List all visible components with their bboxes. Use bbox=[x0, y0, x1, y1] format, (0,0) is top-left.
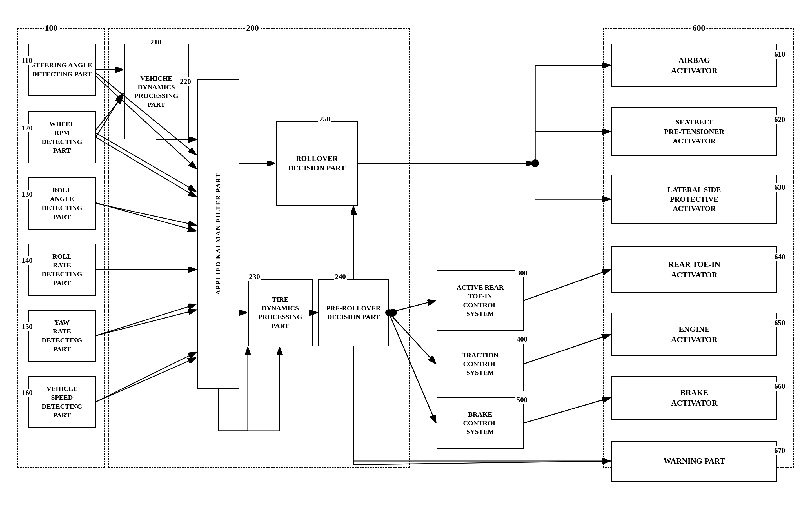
label-300: 300 bbox=[515, 269, 529, 277]
svg-point-51 bbox=[531, 159, 539, 167]
box-240: PRE-ROLLOVERDECISION PART bbox=[318, 279, 389, 346]
box-400: TRACTIONCONTROLSYSTEM bbox=[437, 337, 524, 391]
box-150: YAWRATEDETECTINGPART bbox=[28, 310, 96, 362]
label-400: 400 bbox=[515, 335, 529, 343]
label-660: 660 bbox=[773, 382, 786, 391]
box-220: APPLIED KALMAN FILTER PART bbox=[197, 79, 239, 389]
box-250: ROLLOVERDECISION PART bbox=[276, 121, 358, 206]
label-110: 110 bbox=[20, 56, 33, 65]
label-620: 620 bbox=[773, 115, 786, 124]
diagram: 100 200 600 STEERING ANGLE DETECTING PAR… bbox=[0, 0, 810, 532]
svg-line-58 bbox=[524, 334, 610, 364]
box-500: BRAKECONTROLSYSTEM bbox=[437, 397, 524, 449]
box-670: WARNING PART bbox=[611, 441, 777, 482]
box-130: ROLLANGLEDETECTINGPART bbox=[28, 177, 96, 229]
label-230: 230 bbox=[248, 273, 261, 281]
box-160: VEHICLESPEEDDETECTINGPART bbox=[28, 376, 96, 428]
label-610: 610 bbox=[773, 50, 786, 59]
group-100-label: 100 bbox=[44, 23, 59, 33]
label-630: 630 bbox=[773, 183, 786, 192]
box-140: ROLLRATEDETECTINGPART bbox=[28, 244, 96, 296]
box-110: STEERING ANGLE DETECTING PART bbox=[28, 44, 96, 96]
label-130: 130 bbox=[20, 190, 34, 198]
svg-line-59 bbox=[524, 398, 610, 423]
box-650: ENGINEACTIVATOR bbox=[611, 312, 777, 356]
svg-line-26 bbox=[524, 270, 611, 301]
box-210: VEHICHEDYNAMICSPROCESSINGPART bbox=[124, 44, 189, 140]
label-210: 210 bbox=[149, 38, 162, 47]
label-670: 670 bbox=[773, 446, 786, 455]
label-120: 120 bbox=[20, 124, 34, 132]
svg-line-27 bbox=[524, 334, 611, 364]
label-220: 220 bbox=[179, 78, 192, 86]
label-640: 640 bbox=[773, 253, 786, 261]
box-230: TIREDYNAMICSPROCESSINGPART bbox=[248, 279, 313, 346]
box-300: ACTIVE REARTOE-INCONTROLSYSTEM bbox=[437, 270, 524, 331]
svg-line-57 bbox=[524, 270, 610, 301]
label-150: 150 bbox=[20, 322, 34, 331]
label-240: 240 bbox=[334, 273, 347, 281]
label-500: 500 bbox=[515, 396, 529, 404]
label-140: 140 bbox=[20, 256, 34, 265]
group-600-label: 600 bbox=[692, 23, 706, 33]
box-640: REAR TOE-INACTIVATOR bbox=[611, 246, 777, 293]
box-610: AIRBAGACTIVATOR bbox=[611, 44, 777, 87]
label-650: 650 bbox=[773, 319, 786, 327]
svg-line-28 bbox=[524, 398, 611, 423]
box-660: BRAKEACTIVATOR bbox=[611, 376, 777, 420]
box-120: WHEELRPMDETECTINGPART bbox=[28, 111, 96, 163]
group-200-label: 200 bbox=[245, 23, 260, 33]
label-250: 250 bbox=[318, 115, 331, 123]
svg-point-20 bbox=[532, 160, 538, 167]
box-630: LATERAL SIDEPROTECTIVEACTIVATOR bbox=[611, 175, 777, 224]
label-160: 160 bbox=[20, 389, 34, 397]
box-620: SEATBELTPRE-TENSIONERACTIVATOR bbox=[611, 107, 777, 156]
